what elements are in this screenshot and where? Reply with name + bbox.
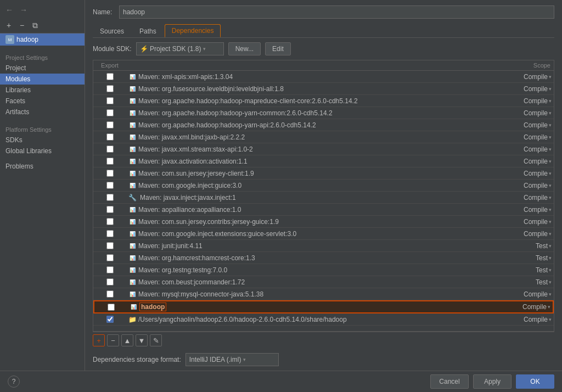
row-11-export <box>93 206 126 213</box>
row-13-checkbox[interactable] <box>106 230 114 237</box>
ok-button[interactable]: OK <box>516 374 554 389</box>
row-3-scope-arrow[interactable]: ▾ <box>549 110 552 116</box>
row-6-scope: Compile▾ <box>504 144 554 154</box>
row-5-scope-arrow[interactable]: ▾ <box>549 135 552 140</box>
edit-dependency-button[interactable]: ✎ <box>150 334 162 346</box>
row-7-scope-arrow[interactable]: ▾ <box>549 159 552 164</box>
row-1-scope-label: Compile <box>524 85 548 93</box>
row-20-scope-arrow[interactable]: ▾ <box>549 317 552 322</box>
table-row: 📊Maven: org.apache.hadoop:hadoop-mapredu… <box>93 95 554 107</box>
storage-format-select[interactable]: IntelliJ IDEA (.iml) ▾ <box>186 353 279 366</box>
row-19-scope-arrow[interactable]: ▾ <box>548 304 550 310</box>
row-3-checkbox[interactable] <box>106 109 114 116</box>
row-18-checkbox[interactable] <box>106 290 114 298</box>
row-12-checkbox[interactable] <box>106 218 114 225</box>
row-16-scope-arrow[interactable]: ▾ <box>549 267 552 273</box>
name-input[interactable] <box>119 5 554 19</box>
row-15-scope-arrow[interactable]: ▾ <box>549 255 552 261</box>
row-14-label: Maven: junit:junit:4.11 <box>138 242 203 250</box>
new-sdk-button[interactable]: New... <box>228 42 261 55</box>
row-1-export <box>93 85 126 92</box>
sidebar-item-problems[interactable]: Problems <box>0 161 85 172</box>
row-5-scope-label: Compile <box>524 133 548 141</box>
row-6-scope-arrow[interactable]: ▾ <box>549 147 552 152</box>
row-18-scope-arrow[interactable]: ▾ <box>549 292 552 297</box>
row-11-scope-arrow[interactable]: ▾ <box>549 207 552 212</box>
row-11-checkbox[interactable] <box>106 206 114 213</box>
sdk-select[interactable]: ⚡ Project SDK (1.8) ▾ <box>136 42 224 55</box>
sidebar-item-facets[interactable]: Facets <box>0 96 85 107</box>
row-17-checkbox[interactable] <box>106 278 114 285</box>
row-5-checkbox[interactable] <box>106 133 114 141</box>
row-17-scope-arrow[interactable]: ▾ <box>549 279 552 285</box>
row-16-checkbox[interactable] <box>106 266 114 273</box>
sidebar-item-modules[interactable]: Modules <box>0 74 85 85</box>
row-4-scope-arrow[interactable]: ▾ <box>549 122 552 128</box>
row-11-name: 📊Maven: aopalliance:aopalliance:1.0 <box>126 205 504 215</box>
row-0-checkbox[interactable] <box>106 73 114 80</box>
row-16-scope: Test▾ <box>504 265 554 275</box>
sidebar-item-sdks[interactable]: SDKs <box>0 135 85 145</box>
row-9-scope-arrow[interactable]: ▾ <box>549 183 552 188</box>
row-8-scope-arrow[interactable]: ▾ <box>549 171 552 176</box>
row-14-name: 📊Maven: junit:junit:4.11 <box>126 241 504 251</box>
module-icon: M <box>5 35 14 44</box>
row-7-checkbox[interactable] <box>106 158 114 165</box>
remove-module-button[interactable]: − <box>16 20 27 31</box>
row-18-name: 📊Maven: mysql:mysql-connector-java:5.1.3… <box>126 289 504 299</box>
move-up-button[interactable]: ▲ <box>121 334 133 346</box>
maven-icon: 📊 <box>128 242 136 250</box>
apply-button[interactable]: Apply <box>473 374 512 389</box>
row-12-scope-arrow[interactable]: ▾ <box>549 219 552 225</box>
row-14-scope-arrow[interactable]: ▾ <box>549 243 552 249</box>
sidebar-module-hadoop[interactable]: M hadoop <box>0 33 85 46</box>
sidebar-item-project[interactable]: Project <box>0 63 85 74</box>
row-1-name: 📊Maven: org.fusesource.leveldbjni:leveld… <box>126 84 504 94</box>
help-button[interactable]: ? <box>8 376 20 388</box>
tab-dependencies[interactable]: Dependencies <box>165 24 221 37</box>
row-4-checkbox[interactable] <box>106 121 114 128</box>
row-14-scope: Test▾ <box>504 241 554 251</box>
move-down-button[interactable]: ▼ <box>136 334 148 346</box>
row-14-checkbox[interactable] <box>106 242 114 249</box>
row-1-checkbox[interactable] <box>106 85 114 92</box>
sidebar-section-project-settings: Project Settings <box>0 50 85 63</box>
row-10-scope-arrow[interactable]: ▾ <box>549 195 552 200</box>
add-dependency-button[interactable]: + <box>93 334 105 346</box>
row-1-label: Maven: org.fusesource.leveldbjni:leveldb… <box>138 85 284 93</box>
row-8-checkbox[interactable] <box>106 170 114 177</box>
row-20-checkbox[interactable] <box>106 316 114 323</box>
row-6-checkbox[interactable] <box>106 145 114 153</box>
sidebar-item-global-libraries[interactable]: Global Libraries <box>0 145 85 156</box>
remove-dependency-button[interactable]: − <box>107 334 119 346</box>
sidebar-item-libraries[interactable]: Libraries <box>0 85 85 96</box>
row-7-label: Maven: javax.activation:activation:1.1 <box>138 158 248 165</box>
row-5-export <box>93 133 126 141</box>
row-13-scope-arrow[interactable]: ▾ <box>549 231 552 237</box>
forward-button[interactable]: → <box>18 4 30 15</box>
row-3-scope: Compile▾ <box>504 108 554 118</box>
tab-sources[interactable]: Sources <box>93 25 131 37</box>
sidebar-item-artifacts[interactable]: Artifacts <box>0 107 85 117</box>
row-4-scope: Compile▾ <box>504 120 554 130</box>
maven-icon: 📊 <box>128 97 136 105</box>
row-15-checkbox[interactable] <box>106 254 114 261</box>
row-1-scope-arrow[interactable]: ▾ <box>549 86 552 92</box>
add-module-button[interactable]: + <box>3 20 14 31</box>
row-19-checkbox[interactable] <box>108 304 115 311</box>
row-2-scope-arrow[interactable]: ▾ <box>549 98 552 104</box>
row-9-checkbox[interactable] <box>106 182 114 189</box>
row-2-scope: Compile▾ <box>504 96 554 106</box>
copy-module-button[interactable]: ⧉ <box>30 20 41 31</box>
table-row: 📊Maven: org.apache.hadoop:hadoop-yarn-co… <box>93 107 554 119</box>
row-2-checkbox[interactable] <box>106 97 114 104</box>
storage-format-row: Dependencies storage format: IntelliJ ID… <box>93 349 554 371</box>
row-10-checkbox[interactable] <box>106 194 114 201</box>
edit-sdk-button[interactable]: Edit <box>265 42 291 55</box>
back-button[interactable]: ← <box>3 4 15 15</box>
row-6-label: Maven: javax.xml.stream:stax-api:1.0-2 <box>138 145 253 153</box>
row-10-scope-label: Compile <box>524 194 548 201</box>
row-0-scope-arrow[interactable]: ▾ <box>549 74 552 80</box>
cancel-button[interactable]: Cancel <box>430 374 469 389</box>
tab-paths[interactable]: Paths <box>132 25 164 37</box>
